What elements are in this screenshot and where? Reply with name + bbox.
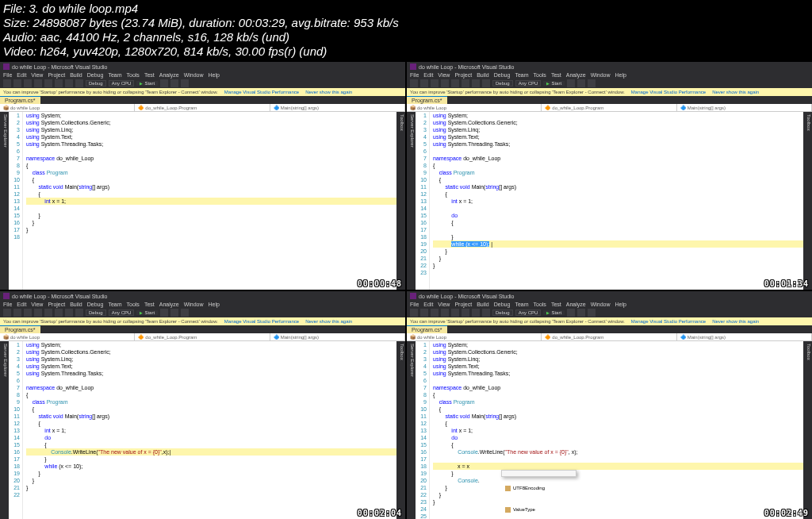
server-explorer-tab[interactable]: Server Explorer <box>0 112 9 290</box>
start-button[interactable]: Start <box>136 81 158 86</box>
tb-icon[interactable] <box>451 79 459 87</box>
tb-icon[interactable] <box>441 79 449 87</box>
config-dropdown[interactable]: Debug <box>86 80 106 86</box>
menu-window[interactable]: Window <box>591 302 611 307</box>
infobar-link-manage[interactable]: Manage Visual Studio Performance <box>631 90 706 94</box>
tb-icon[interactable] <box>577 79 585 87</box>
menu-help[interactable]: Help <box>209 72 220 78</box>
menu-edit[interactable]: Edit <box>17 72 26 78</box>
tb-icon[interactable] <box>462 309 469 317</box>
menu-bar[interactable]: FileEditViewProjectBuildDebugTeamToolsTe… <box>0 301 405 308</box>
menu-file[interactable]: File <box>410 302 419 307</box>
config-dropdown[interactable]: Debug <box>492 309 513 316</box>
menu-test[interactable]: Test <box>144 302 155 307</box>
menu-build[interactable]: Build <box>70 302 82 307</box>
tb-back-icon[interactable] <box>3 79 11 87</box>
menu-project[interactable]: Project <box>454 72 472 78</box>
code-content[interactable]: using System; using System.Collections.G… <box>23 341 396 519</box>
tb-icon[interactable] <box>441 309 449 317</box>
menu-tools[interactable]: Tools <box>127 72 140 78</box>
nav-method[interactable]: 🔷 Main(string[] args) <box>677 104 812 111</box>
menu-window[interactable]: Window <box>184 302 204 307</box>
menu-team[interactable]: Team <box>515 302 528 307</box>
menu-bar[interactable]: FileEditViewProjectBuildDebugTeamToolsTe… <box>407 71 812 79</box>
start-button[interactable]: Start <box>543 310 565 315</box>
tb-icon[interactable] <box>588 79 596 87</box>
tb-saveall-icon[interactable] <box>55 79 63 87</box>
nav-project[interactable]: 📦 do while Loop <box>407 104 542 111</box>
menu-debug[interactable]: Debug <box>87 72 104 78</box>
menu-test[interactable]: Test <box>551 72 561 78</box>
menu-view[interactable]: View <box>438 72 450 78</box>
toolbox-tab[interactable]: Toolbox <box>396 112 405 290</box>
menu-window[interactable]: Window <box>591 72 611 78</box>
nav-project[interactable]: 📦 do while Loop <box>0 333 135 340</box>
tb-fwd-icon[interactable] <box>13 79 21 87</box>
tb-icon[interactable] <box>410 309 418 317</box>
infobar-link-never[interactable]: Never show this again <box>305 90 352 94</box>
file-tab[interactable]: Program.cs* <box>0 325 40 333</box>
platform-dropdown[interactable]: Any CPU <box>515 309 542 316</box>
nav-method[interactable]: 🔷 Main(string[] args) <box>677 333 812 340</box>
tb-icon[interactable] <box>577 309 585 317</box>
tb-icon[interactable] <box>482 309 490 317</box>
nav-class[interactable]: 🔶 do_while_Loop.Program <box>135 333 270 340</box>
tb-icon[interactable] <box>170 309 178 317</box>
tb-icon[interactable] <box>3 309 11 317</box>
code-editor[interactable]: 1234567891011121314151617181920212223 us… <box>416 112 803 290</box>
menu-bar[interactable]: FileEditViewProjectBuildDebugTeamToolsTe… <box>0 71 405 79</box>
menu-team[interactable]: Team <box>108 72 121 78</box>
tb-save-icon[interactable] <box>44 79 52 87</box>
server-explorer-tab[interactable]: Server Explorer <box>0 341 9 519</box>
menu-debug[interactable]: Debug <box>494 302 511 307</box>
config-dropdown[interactable]: Debug <box>86 309 106 316</box>
nav-method[interactable]: 🔷 Main(string[] args) <box>270 333 405 340</box>
code-content[interactable]: using System; using System.Collections.G… <box>430 341 803 519</box>
tb-icon[interactable] <box>431 309 439 317</box>
tb-icon[interactable] <box>420 309 428 317</box>
nav-project[interactable]: 📦 do while Loop <box>0 104 135 111</box>
tb-undo-icon[interactable] <box>65 79 73 87</box>
menu-analyze[interactable]: Analyze <box>159 72 179 78</box>
menu-build[interactable]: Build <box>70 72 82 78</box>
code-editor[interactable]: 123456789101112131415161718 using System… <box>9 112 396 290</box>
menu-view[interactable]: View <box>438 302 450 307</box>
tb-redo-icon[interactable] <box>75 79 83 87</box>
toolbox-tab[interactable]: Toolbox <box>803 341 812 519</box>
menu-file[interactable]: File <box>410 72 419 78</box>
menu-window[interactable]: Window <box>184 72 204 78</box>
menu-analyze[interactable]: Analyze <box>159 302 179 307</box>
tb-icon[interactable] <box>431 79 439 87</box>
infobar-link-manage[interactable]: Manage Visual Studio Performance <box>224 90 299 94</box>
tb-icon[interactable] <box>567 309 575 317</box>
tb-icon[interactable] <box>160 309 168 317</box>
infobar-link-manage[interactable]: Manage Visual Studio Performance <box>631 319 706 324</box>
nav-class[interactable]: 🔶 do_while_Loop.Program <box>542 104 676 111</box>
server-explorer-tab[interactable]: Server Explorer <box>407 112 416 290</box>
menu-test[interactable]: Test <box>551 302 561 307</box>
menu-tools[interactable]: Tools <box>534 72 546 78</box>
intellisense-item[interactable]: UTF8Encoding <box>502 485 576 492</box>
tb-icon[interactable] <box>472 79 480 87</box>
tb-icon[interactable] <box>472 309 480 317</box>
infobar-link-never[interactable]: Never show this again <box>712 319 759 324</box>
menu-analyze[interactable]: Analyze <box>566 72 586 78</box>
tb-icon[interactable] <box>482 79 490 87</box>
menu-edit[interactable]: Edit <box>423 72 433 78</box>
menu-debug[interactable]: Debug <box>494 72 511 78</box>
menu-build[interactable]: Build <box>477 302 489 307</box>
tb-icon[interactable] <box>567 79 575 87</box>
menu-debug[interactable]: Debug <box>87 302 104 307</box>
menu-analyze[interactable]: Analyze <box>566 302 586 307</box>
code-content[interactable]: using System; using System.Collections.G… <box>23 112 396 290</box>
file-tab[interactable]: Program.cs* <box>0 96 40 104</box>
code-content[interactable]: using System; using System.Collections.G… <box>430 112 803 290</box>
infobar-link-never[interactable]: Never show this again <box>305 319 352 324</box>
infobar-link-manage[interactable]: Manage Visual Studio Performance <box>224 319 299 324</box>
tb-misc3-icon[interactable] <box>181 79 189 87</box>
nav-method[interactable]: 🔷 Main(string[] args) <box>270 104 405 111</box>
tb-open-icon[interactable] <box>34 79 42 87</box>
tb-icon[interactable] <box>588 309 596 317</box>
menu-view[interactable]: View <box>31 72 43 78</box>
menu-team[interactable]: Team <box>515 72 528 78</box>
